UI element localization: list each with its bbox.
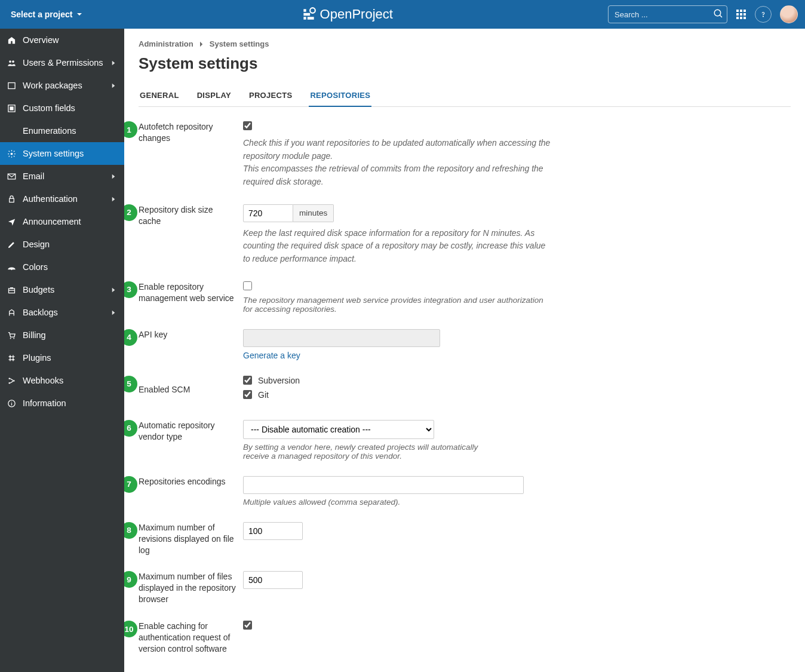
svg-point-27 [9, 378, 11, 379]
chevron-right-icon [199, 41, 204, 47]
sidebar-item[interactable]: Work packages [0, 74, 124, 97]
scm-svn-checkbox[interactable] [243, 376, 252, 385]
tab-display[interactable]: DISPLAY [196, 85, 232, 106]
sidebar-item-label: Backlogs [23, 308, 110, 317]
sidebar-icon [7, 149, 23, 158]
field-description: Keep the last required disk space inform… [243, 227, 554, 266]
annotation-badge: 3 [124, 281, 137, 298]
svg-point-29 [13, 380, 15, 382]
svg-point-25 [10, 355, 11, 357]
annotation-badge: 4 [124, 329, 137, 346]
svg-rect-17 [10, 106, 13, 110]
svg-point-26 [13, 358, 14, 360]
vendor-select[interactable]: --- Disable automatic creation --- [243, 420, 434, 439]
diskcache-input[interactable] [243, 204, 293, 222]
scm-git-label: Git [258, 390, 269, 400]
generate-key-link[interactable]: Generate a key [243, 351, 300, 360]
breadcrumb: Administration System settings [139, 39, 791, 48]
sidebar-item[interactable]: Authentication [0, 188, 124, 210]
field-apikey: 4 API key Generate a key [139, 329, 791, 360]
apps-icon[interactable] [736, 9, 746, 20]
field-label: Repository disk size cache [139, 204, 243, 227]
sidebar-icon [7, 308, 23, 317]
sidebar-item[interactable]: System settings [0, 142, 124, 165]
user-avatar[interactable] [780, 5, 798, 23]
search-box [608, 5, 727, 23]
main-content: Administration System settings System se… [124, 29, 805, 672]
encodings-input[interactable] [243, 476, 524, 494]
svg-rect-15 [8, 82, 15, 88]
tabs: GENERAL DISPLAY PROJECTS REPOSITORIES [139, 85, 791, 107]
sidebar-icon [7, 376, 23, 385]
svg-point-12 [763, 16, 764, 17]
sidebar-item[interactable]: Overview [0, 29, 124, 51]
sidebar-item[interactable]: Information [0, 392, 124, 415]
field-hint: Multiple values allowed (comma separated… [243, 498, 791, 507]
field-description: The repository management web service pr… [243, 296, 554, 314]
scm-git-option[interactable]: Git [243, 390, 791, 400]
cacheauth-checkbox[interactable] [243, 621, 252, 630]
sidebar-icon [7, 240, 23, 249]
sidebar-item[interactable]: Webhooks [0, 369, 124, 392]
sidebar-item-label: System settings [23, 149, 117, 158]
field-scm: 5 Enabled SCM Subversion Git [139, 376, 791, 404]
sidebar-item[interactable]: Enumerations [0, 119, 124, 142]
scm-git-checkbox[interactable] [243, 390, 252, 399]
logo-text: OpenProject [320, 7, 393, 22]
svg-rect-10 [740, 17, 742, 19]
help-icon[interactable] [755, 6, 772, 23]
svg-rect-3 [736, 10, 739, 12]
annotation-badge: 7 [124, 476, 137, 493]
annotation-badge: 9 [124, 571, 137, 588]
mgmt-checkbox[interactable] [243, 281, 252, 290]
svg-point-31 [11, 401, 12, 402]
breadcrumb-item[interactable]: System settings [210, 39, 269, 48]
sidebar-icon [7, 286, 23, 294]
svg-point-18 [11, 152, 13, 155]
sidebar-item[interactable]: Design [0, 233, 124, 256]
svg-rect-7 [740, 13, 742, 16]
sidebar-item-label: Webhooks [23, 376, 117, 385]
sidebar-item-label: Design [23, 240, 117, 249]
chevron-right-icon [110, 60, 117, 66]
sidebar-item-label: Announcement [23, 217, 117, 226]
field-description: By setting a vendor here, newly created … [243, 443, 506, 461]
tab-general[interactable]: GENERAL [139, 85, 180, 106]
sidebar-item[interactable]: Custom fields [0, 97, 124, 119]
chevron-right-icon [110, 173, 117, 180]
project-select-label: Select a project [11, 10, 73, 19]
field-description: Check this if you want repositories to b… [243, 137, 554, 189]
sidebar-item[interactable]: Billing [0, 324, 124, 346]
sidebar-item[interactable]: Colors [0, 256, 124, 278]
field-label: Autofetch repository changes [139, 121, 243, 144]
project-select[interactable]: Select a project [7, 10, 86, 19]
scm-subversion-option[interactable]: Subversion [243, 376, 791, 385]
maxfiles-input[interactable] [243, 571, 303, 589]
svg-rect-8 [743, 13, 746, 16]
sidebar-item-label: Billing [23, 330, 117, 340]
field-mgmt: 3 Enable repository management web servi… [139, 281, 791, 314]
breadcrumb-item[interactable]: Administration [139, 39, 193, 48]
tab-repositories[interactable]: REPOSITORIES [309, 85, 371, 107]
tab-projects[interactable]: PROJECTS [248, 85, 293, 106]
search-input[interactable] [608, 5, 727, 23]
sidebar-item[interactable]: Email [0, 165, 124, 188]
sidebar-item[interactable]: Announcement [0, 210, 124, 233]
svg-point-24 [13, 337, 14, 339]
search-icon[interactable] [713, 8, 724, 19]
annotation-badge: 6 [124, 420, 137, 437]
autofetch-checkbox[interactable] [243, 121, 252, 130]
sidebar-item[interactable]: Users & Permissions [0, 51, 124, 74]
sidebar-item[interactable]: Budgets [0, 278, 124, 301]
sidebar-icon [7, 263, 23, 272]
sidebar-item[interactable]: Plugins [0, 346, 124, 369]
sidebar-icon [7, 36, 23, 45]
sidebar-item-label: Users & Permissions [23, 58, 110, 67]
header-right [608, 5, 798, 23]
field-label: Enabled SCM [139, 376, 243, 395]
sidebar-item[interactable]: Backlogs [0, 301, 124, 324]
sidebar-item-label: Authentication [23, 194, 110, 204]
svg-point-28 [9, 382, 11, 384]
sidebar-icon [7, 217, 23, 226]
maxrev-input[interactable] [243, 522, 303, 540]
